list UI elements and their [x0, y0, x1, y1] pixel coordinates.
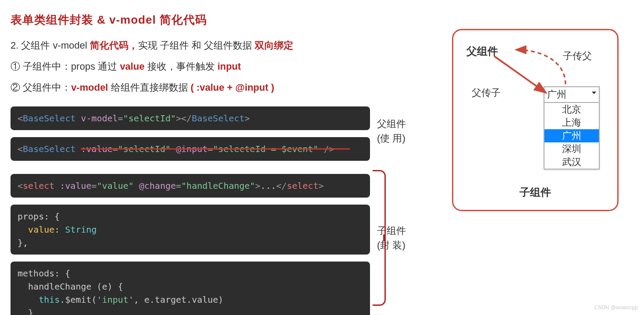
code-token: =: [92, 181, 97, 191]
code-token: value: [28, 224, 54, 235]
text: 2. 父组件 v-model: [11, 40, 90, 51]
code-token: [75, 144, 81, 154]
select-head[interactable]: 广州: [544, 87, 599, 103]
code-token: }: [18, 308, 33, 315]
code-token: String: [65, 224, 96, 235]
code-token: @change: [139, 181, 176, 191]
code-token: ...: [260, 181, 276, 191]
code-token: BaseSelect: [192, 113, 244, 124]
code-token: <: [18, 144, 23, 154]
code-token: , e.target.value): [134, 294, 224, 305]
code-token: .$emit(: [60, 294, 96, 305]
code-token: 'input': [97, 294, 134, 305]
select-option-selected[interactable]: 广州: [544, 129, 599, 142]
code-token: =: [176, 181, 181, 191]
code-token: [134, 181, 139, 191]
code-token: <: [18, 113, 23, 124]
code-token: select: [287, 181, 318, 191]
code-token: [75, 113, 81, 124]
text: 给组件直接绑数据: [108, 82, 190, 93]
code-token: BaseSelect: [23, 113, 75, 124]
strikethrough-line: [81, 149, 350, 150]
code-token: =: [118, 113, 123, 124]
text-red: 简化代码，: [90, 40, 138, 51]
text: 接收，事件触发: [145, 61, 217, 72]
code-token: [54, 181, 60, 191]
select-option[interactable]: 深圳: [544, 142, 599, 156]
code-token: ": [171, 113, 176, 124]
text: ① 子组件中：props 通过: [11, 61, 120, 72]
code-token: props: {: [18, 211, 60, 222]
code-token: select: [23, 181, 54, 191]
code-token: </: [181, 113, 192, 124]
code-token: this: [39, 294, 60, 305]
text: 父组件: [377, 118, 406, 129]
select-option[interactable]: 武汉: [544, 156, 599, 169]
text-red: value: [120, 61, 144, 72]
text-red: 双向绑定: [255, 40, 293, 51]
code-token: >: [318, 181, 324, 191]
code-parent-vmodel: <BaseSelect v-model="selectId"></BaseSel…: [11, 106, 370, 130]
code-token: </: [276, 181, 287, 191]
code-token: v-model: [81, 113, 118, 124]
text-red: v-model: [71, 82, 108, 93]
diagram-child-to-parent: 子传父: [563, 50, 592, 63]
svg-line-0: [495, 56, 546, 93]
text-red: ( :value + @input ): [191, 82, 274, 93]
code-token: selectId: [128, 113, 171, 124]
code-token: handleChange (e) {: [18, 281, 123, 292]
diagram-parent-to-child: 父传子: [472, 86, 501, 99]
watermark: CSDN @wowocpp: [594, 304, 638, 311]
code-child-select: <select :value="value" @change="handleCh…: [11, 174, 370, 198]
code-token: "value": [97, 181, 134, 191]
code-token: [18, 224, 28, 235]
text-red: input: [217, 61, 241, 72]
code-token: >: [176, 113, 181, 124]
code-child-props: props: { value: String },: [11, 205, 370, 255]
diagram-child-label: 子组件: [453, 185, 617, 199]
code-token: methods: {: [18, 268, 70, 279]
code-token: },: [18, 237, 28, 248]
code-token: BaseSelect: [23, 144, 75, 154]
brace-icon: [373, 170, 386, 306]
text: (使 用): [377, 133, 406, 144]
select-option[interactable]: 上海: [544, 116, 599, 129]
code-token: [18, 294, 39, 305]
code-token: <: [18, 181, 23, 191]
select-option[interactable]: 北京: [544, 103, 599, 116]
code-parent-expanded: <BaseSelect :value="selectId" @input="se…: [11, 137, 370, 161]
slide-title: 表单类组件封装 & v-model 简化代码: [11, 12, 633, 28]
code-token: :value: [60, 181, 91, 191]
code-child-methods: methods: { handleChange (e) { this.$emit…: [11, 262, 370, 315]
text: 实现 子组件 和 父组件数据: [138, 40, 255, 51]
code-token: >: [255, 181, 260, 191]
code-token: "handleChange": [181, 181, 255, 191]
side-label-parent: 父组件 (使 用): [377, 117, 406, 145]
text: ② 父组件中：: [11, 82, 71, 93]
select-dropdown[interactable]: 广州 北京 上海 广州 深圳 武汉: [544, 86, 600, 170]
code-token: >: [245, 113, 250, 124]
diagram-parent-child: 父组件 子传父 父传子 子组件 广州 北京 上海 广州 深圳 武汉: [452, 29, 619, 211]
code-token: ": [123, 113, 128, 124]
code-token: :: [54, 224, 65, 235]
